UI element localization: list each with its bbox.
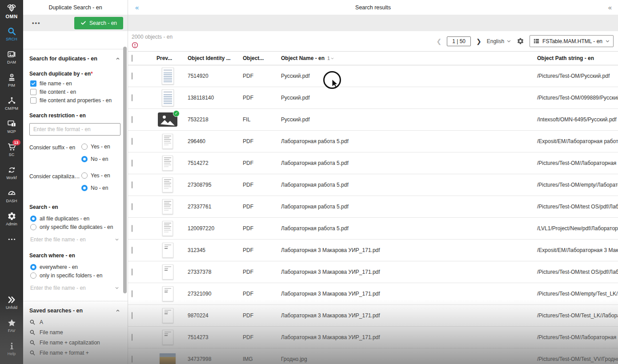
- select-all-checkbox[interactable]: [132, 55, 132, 62]
- row-thumbnail[interactable]: [148, 68, 188, 84]
- next-page-icon[interactable]: ❯︎: [476, 38, 482, 45]
- row-checkbox[interactable]: [132, 116, 132, 123]
- folder-combobox[interactable]: Enter the file name - en: [30, 285, 120, 293]
- table-row[interactable]: 296460 PDF Лабораторная работа 5.pdf /Ex…: [128, 131, 618, 152]
- table-row[interactable]: 27308795 PDF Лабораторная работа 5.pdf /…: [128, 174, 618, 196]
- column-header-name[interactable]: Object Name - en 1: [281, 55, 537, 61]
- object-path: /Pictures/Test-OM/empty/Test_LK/Л: [537, 291, 618, 297]
- panel-scrollbar-thumb[interactable]: [123, 47, 127, 293]
- view-template-select[interactable]: FSTable.MAM.HTML - en: [530, 35, 614, 47]
- row-thumbnail[interactable]: [148, 264, 188, 280]
- radio-search-where-only-in-specific-folders-en[interactable]: [30, 272, 36, 279]
- row-thumbnail[interactable]: [148, 156, 188, 171]
- checkbox-duplicate-by-file-content-en[interactable]: [30, 89, 36, 95]
- section-search-for-duplicates[interactable]: Search for duplicates - en: [29, 56, 120, 62]
- column-header-preview[interactable]: Prev...: [148, 55, 188, 61]
- search-icon: [29, 329, 36, 336]
- sidebar-item-dash[interactable]: DASH: [0, 187, 23, 204]
- object-identity: 27337378: [188, 269, 243, 275]
- sidebar-item-srch[interactable]: SRCH: [0, 25, 23, 43]
- app-logo[interactable]: OMN: [5, 3, 17, 19]
- column-header-path[interactable]: Object Path string - en: [537, 55, 618, 61]
- row-thumbnail[interactable]: [148, 221, 188, 236]
- radio-search-mode-all-file-duplicates-en[interactable]: [30, 216, 36, 222]
- sidebar-item-help[interactable]: Help: [0, 340, 23, 357]
- sidebar-item-dam[interactable]: DAM: [0, 48, 23, 66]
- row-checkbox[interactable]: [132, 356, 132, 363]
- sidebar-item-sc[interactable]: 13 SC: [0, 141, 23, 158]
- table-row[interactable]: 7514272 PDF Лабораторная работа 5.pdf /P…: [128, 152, 618, 174]
- object-type: PDF: [243, 312, 281, 319]
- row-checkbox[interactable]: [132, 334, 132, 341]
- language-select[interactable]: English: [487, 38, 511, 44]
- radio-suffix-no-en[interactable]: [81, 156, 88, 162]
- row-thumbnail[interactable]: [148, 308, 188, 323]
- sidebar-item-admin[interactable]: Admin: [0, 210, 23, 228]
- collapse-right-icon[interactable]: «: [608, 4, 612, 11]
- table-row[interactable]: 34737998 IMG Гродно.jpg /Pictures/Test-O…: [128, 348, 618, 364]
- sidebar-item-more[interactable]: [0, 233, 23, 246]
- row-checkbox[interactable]: [132, 268, 132, 276]
- row-checkbox[interactable]: [132, 247, 132, 254]
- column-header-type[interactable]: Object...: [243, 55, 281, 61]
- radio-suffix-yes-en[interactable]: [81, 144, 88, 150]
- saved-search-item[interactable]: A: [29, 319, 120, 325]
- row-thumbnail[interactable]: [148, 353, 188, 364]
- radio-capitalization-yes-en[interactable]: [81, 172, 88, 179]
- row-checkbox[interactable]: [132, 181, 132, 188]
- sidebar-item-workf[interactable]: Workf: [0, 164, 23, 181]
- settings-gear-icon[interactable]: [517, 37, 524, 45]
- file-format-input[interactable]: [29, 123, 120, 136]
- row-checkbox[interactable]: [132, 160, 132, 167]
- sidebar-item-w2p[interactable]: W2P: [0, 118, 23, 135]
- table-row[interactable]: 312345 PDF Лабораторная 3 Макарова УИР_1…: [128, 240, 618, 261]
- row-thumbnail[interactable]: [148, 89, 188, 106]
- table-row[interactable]: 120097220 PDF Лабораторная работа 5.pdf …: [128, 218, 618, 240]
- saved-search-item[interactable]: File name + format +: [29, 350, 120, 356]
- section-saved-searches[interactable]: Saved searches - en: [29, 308, 120, 314]
- table-row[interactable]: 27337761 PDF Лабораторная работа 5.pdf /…: [128, 196, 618, 218]
- row-checkbox[interactable]: [132, 138, 132, 145]
- table-row[interactable]: 7514273 PDF Лабораторная 3 Макарова УИР_…: [128, 327, 618, 348]
- column-header-identity[interactable]: Object Identity ...: [188, 55, 243, 61]
- row-checkbox[interactable]: [132, 312, 132, 319]
- checkbox-duplicate-by-file-name-en[interactable]: [30, 80, 36, 87]
- table-row[interactable]: 138118140 PDF Русский.pdf /Pictures/Test…: [128, 87, 618, 109]
- table-row[interactable]: 27321090 PDF Лабораторная 3 Макарова УИР…: [128, 283, 618, 305]
- row-thumbnail[interactable]: [148, 199, 188, 214]
- row-thumbnail[interactable]: [148, 177, 188, 192]
- more-actions-button[interactable]: •••: [28, 18, 45, 28]
- row-thumbnail[interactable]: [148, 134, 188, 149]
- saved-search-item[interactable]: File name + capitalization: [29, 340, 120, 346]
- page-indicator[interactable]: 1 | 50: [447, 36, 471, 46]
- table-row[interactable]: 7514920 PDF Русский.pdf /Pictures/Test-O…: [128, 65, 618, 87]
- consider-capitalization-row: Consider capitalization - en Yes - en No…: [29, 172, 120, 193]
- checkbox-duplicate-by-file-content-and-properties-en[interactable]: [30, 97, 36, 104]
- search-button[interactable]: Search - en: [74, 17, 123, 29]
- table-row[interactable]: ✓ 7532218 FIL Русский.pdf /Intexsoft/OMN…: [128, 109, 618, 131]
- table-row[interactable]: 9870224 PDF Лабораторная 3 Макарова УИР_…: [128, 305, 618, 327]
- previous-page-icon[interactable]: ❮︎: [436, 38, 441, 45]
- row-checkbox[interactable]: [132, 203, 132, 210]
- row-thumbnail[interactable]: [148, 286, 188, 301]
- table-row[interactable]: 27337378 PDF Лабораторная 3 Макарова УИР…: [128, 261, 618, 283]
- saved-search-item[interactable]: File name: [29, 329, 120, 336]
- sidebar-item-pim[interactable]: PIM: [0, 72, 23, 89]
- radio-capitalization-no-en[interactable]: [81, 185, 88, 191]
- radio-search-where-everywhere-en[interactable]: [30, 264, 36, 270]
- row-thumbnail[interactable]: [148, 330, 188, 345]
- file-name-combobox[interactable]: Enter the file name - en: [30, 236, 120, 244]
- sidebar-item-cm-pm[interactable]: CM/PM: [0, 95, 23, 112]
- sort-indicator[interactable]: 1: [327, 56, 334, 61]
- row-thumbnail[interactable]: ✓: [148, 112, 188, 127]
- radio-search-mode-only-specific-file-duplicates-en[interactable]: [30, 224, 36, 230]
- row-checkbox[interactable]: [132, 94, 132, 101]
- row-checkbox[interactable]: [132, 72, 132, 80]
- warning-icon[interactable]: [132, 42, 138, 48]
- sidebar-item-fav[interactable]: FAV: [0, 317, 23, 334]
- row-checkbox[interactable]: [132, 225, 132, 232]
- row-thumbnail[interactable]: [148, 243, 188, 258]
- row-checkbox[interactable]: [132, 290, 132, 297]
- collapse-panel-icon[interactable]: «: [135, 4, 139, 11]
- sidebar-item-unfold[interactable]: Unfold: [0, 294, 23, 311]
